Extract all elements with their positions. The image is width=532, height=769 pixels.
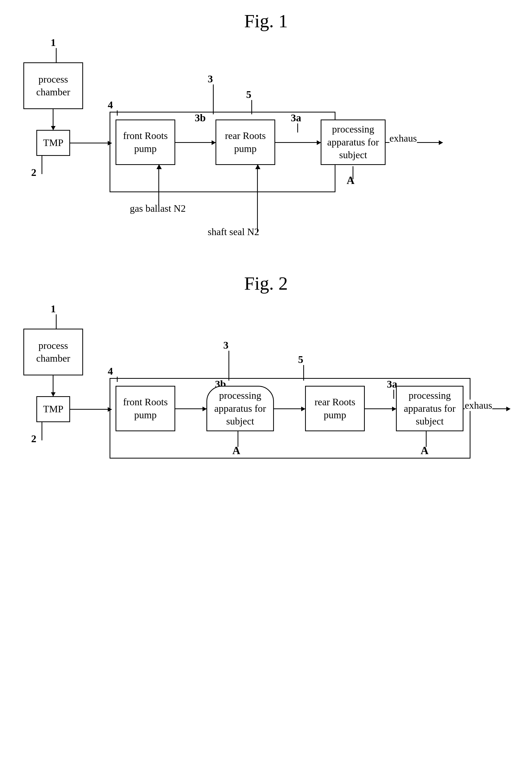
fig2-processing-apparatus-b: processing apparatus for subject bbox=[206, 386, 274, 431]
fig1-shaft-seal: shaft seal N2 bbox=[208, 226, 259, 237]
fig2-processing-apparatus-a: processing apparatus for subject bbox=[396, 386, 463, 431]
fig1-ref3b: 3b bbox=[195, 112, 206, 124]
fig2-front-roots: front Roots pump bbox=[116, 386, 175, 431]
fig1-ref1: 1 bbox=[51, 36, 56, 49]
fig1-ref5: 5 bbox=[246, 88, 251, 100]
fig1-exhaust: exhaus bbox=[389, 132, 417, 144]
fig2-process-chamber: process chamber bbox=[23, 329, 83, 375]
fig1-tmp: TMP bbox=[36, 130, 70, 156]
fig2-tmp: TMP bbox=[36, 396, 70, 422]
fig2-ref4: 4 bbox=[108, 365, 113, 377]
fig2-rear-roots: rear Roots pump bbox=[305, 386, 365, 431]
fig2-refA2: A bbox=[421, 444, 428, 457]
fig2-ref3: 3 bbox=[223, 339, 228, 351]
fig1-processing-apparatus: processing apparatus for subject bbox=[321, 119, 386, 165]
fig1-ref4: 4 bbox=[108, 99, 113, 111]
fig1-process-chamber: process chamber bbox=[23, 62, 83, 109]
fig2-title: Fig. 2 bbox=[0, 273, 532, 294]
fig2-refA1: A bbox=[232, 444, 240, 457]
fig1-ref3a: 3a bbox=[291, 112, 301, 124]
fig2-ref1: 1 bbox=[51, 303, 56, 315]
fig1-ref3: 3 bbox=[208, 73, 213, 85]
fig2-ref5: 5 bbox=[298, 353, 303, 365]
fig1-front-roots: front Roots pump bbox=[116, 119, 175, 165]
fig1-title: Fig. 1 bbox=[0, 10, 532, 32]
fig2-exhaust: exhaus bbox=[465, 400, 492, 411]
fig2-ref3a: 3a bbox=[387, 378, 397, 390]
fig1-gas-ballast: gas ballast N2 bbox=[130, 203, 186, 214]
fig1-rear-roots: rear Roots pump bbox=[216, 119, 275, 165]
fig2-ref2: 2 bbox=[31, 433, 36, 445]
fig1-ref2: 2 bbox=[31, 166, 36, 178]
